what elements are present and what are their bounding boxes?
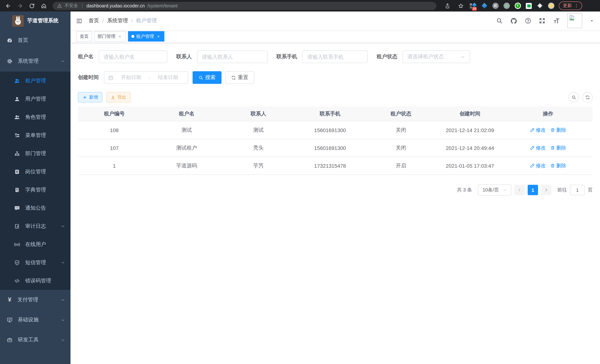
- sidebar-item-role-management[interactable]: 角色管理: [0, 108, 71, 126]
- page-content: 租户名 联系人 联系手机 租户状态 请选择租户状态: [71, 43, 600, 364]
- breadcrumb-home[interactable]: 首页: [89, 18, 99, 24]
- export-button[interactable]: 导出: [106, 92, 131, 103]
- date-range-picker[interactable]: 开始日期 - 结束日期: [104, 71, 188, 84]
- cell-status: 关闭: [366, 121, 436, 139]
- address-bar[interactable]: 不安全 dashboard.yudao.iocoder.cn/system/te…: [53, 2, 436, 10]
- sidebar-item-home[interactable]: 首页: [0, 30, 71, 51]
- sidebar-item-dict-management[interactable]: 字典管理: [0, 181, 71, 199]
- header-search-icon[interactable]: [496, 18, 503, 24]
- active-dot-icon: [131, 35, 134, 38]
- extension-icon-gray-green[interactable]: [503, 2, 510, 9]
- sidebar-item-menu-management[interactable]: 菜单管理: [0, 126, 71, 144]
- sidebar-item-dept-management[interactable]: 部门管理: [0, 144, 71, 162]
- page-size-select[interactable]: 10条/页: [478, 184, 511, 196]
- sidebar-item-post-management[interactable]: 岗位管理: [0, 162, 71, 181]
- add-button[interactable]: 新增: [78, 92, 103, 103]
- next-page-button[interactable]: [541, 185, 551, 195]
- select-arrow-icon: [503, 188, 507, 192]
- github-icon[interactable]: [510, 17, 517, 24]
- extension-icon-command[interactable]: ⌘: [492, 2, 499, 9]
- browser-update-button[interactable]: 更新: [559, 1, 582, 10]
- help-icon[interactable]: [525, 18, 531, 24]
- browser-home-button[interactable]: [39, 1, 48, 10]
- sidebar-item-payment-management[interactable]: ¥ 支付管理: [0, 290, 71, 310]
- cell-mobile: 15601691300: [294, 139, 366, 157]
- table-row: 107 测试租户 秃头 15601691300 关闭 2021-12-14 20…: [78, 139, 593, 157]
- sidebar-collapse-icon[interactable]: [76, 17, 83, 24]
- sidebar-item-dev-tools[interactable]: 研发工具: [0, 330, 71, 350]
- browser-back-button[interactable]: [4, 1, 13, 10]
- sidebar-item-tenant-management[interactable]: 租户管理: [0, 72, 71, 90]
- cell-actions: 修改 删除: [504, 121, 592, 139]
- extension-icon-emoji[interactable]: [548, 2, 554, 9]
- filter-row-1: 租户名 联系人 联系手机 租户状态 请选择租户状态: [78, 50, 593, 63]
- edit-icon: [530, 163, 535, 168]
- search-icon: [198, 75, 203, 80]
- cell-status: 开启: [366, 157, 436, 174]
- cell-created: 2021-01-05 17:03:47: [436, 157, 504, 174]
- font-size-icon[interactable]: [553, 17, 560, 24]
- table-header-row: 租户编号 租户名 联系人 联系手机 租户状态 创建时间 操作: [78, 106, 593, 121]
- extension-icon-kite[interactable]: [481, 2, 488, 9]
- fullscreen-icon[interactable]: [539, 18, 545, 24]
- chevron-down-icon: [60, 260, 65, 265]
- mobile-input[interactable]: [302, 50, 368, 63]
- edit-link[interactable]: 修改: [530, 127, 546, 133]
- toggle-search-button[interactable]: [568, 92, 579, 103]
- date-start-placeholder: 开始日期: [115, 74, 147, 81]
- status-select[interactable]: 请选择租户状态: [403, 50, 470, 63]
- cell-tenant-id: 107: [78, 139, 151, 157]
- tag-home[interactable]: 首页: [76, 31, 92, 42]
- refresh-table-button[interactable]: [582, 92, 593, 103]
- sidebar-item-system-management[interactable]: 系统管理: [0, 51, 71, 72]
- not-secure-label: 不安全: [65, 3, 78, 9]
- filter-status: 租户状态 请选择租户状态: [377, 50, 470, 63]
- edit-link[interactable]: 修改: [530, 145, 546, 151]
- chevron-down-icon: [60, 297, 65, 302]
- goto-page-input[interactable]: [570, 185, 585, 195]
- audit-log-icon: [14, 223, 20, 229]
- date-end-placeholder: 结束日期: [152, 74, 184, 81]
- delete-link[interactable]: 删除: [550, 145, 566, 151]
- extensions-puzzle-icon[interactable]: [536, 2, 543, 9]
- delete-link[interactable]: 删除: [550, 162, 566, 169]
- download-icon: [111, 95, 115, 100]
- close-icon[interactable]: ×: [117, 34, 122, 39]
- extension-icon-chat[interactable]: [525, 2, 532, 9]
- close-icon[interactable]: ×: [156, 34, 161, 39]
- prev-page-button[interactable]: [514, 185, 525, 195]
- omnibox-divider: [82, 3, 82, 8]
- sidebar-item-user-management[interactable]: 用户管理: [0, 90, 71, 108]
- yen-icon: ¥: [7, 296, 13, 304]
- sidebar-item-error-code-management[interactable]: 错误码管理: [0, 272, 71, 290]
- badge-tie-icon: [14, 169, 20, 175]
- extension-icon-y-green[interactable]: Y: [514, 2, 521, 9]
- search-button[interactable]: 搜索: [193, 71, 222, 84]
- table-row: 1 芋道源码 芋艿 17321315478 开启 2021-01-05 17:0…: [78, 157, 593, 175]
- sidebar-item-audit-log[interactable]: 审计日志: [0, 217, 71, 235]
- sidebar-item-notice[interactable]: 通知公告: [0, 199, 71, 217]
- avatar[interactable]: [567, 13, 582, 28]
- tag-dept-management[interactable]: 部门管理 ×: [94, 31, 126, 42]
- tenant-name-input[interactable]: [99, 50, 167, 63]
- delete-link[interactable]: 删除: [550, 127, 566, 133]
- reset-button[interactable]: 重置: [225, 71, 254, 84]
- bookmark-star-icon[interactable]: [456, 1, 465, 10]
- share-icon[interactable]: [443, 1, 452, 10]
- sidebar-item-sms-management[interactable]: 短信管理: [0, 253, 71, 272]
- sidebar-item-online-users[interactable]: 在线用户: [0, 235, 71, 253]
- contact-input[interactable]: [197, 50, 268, 63]
- browser-reload-button[interactable]: [28, 1, 36, 10]
- browser-forward-button[interactable]: [16, 1, 25, 10]
- edit-link[interactable]: 修改: [530, 162, 546, 169]
- top-navbar: 首页 / 系统管理 / 租户管理: [71, 11, 600, 30]
- page-number-button[interactable]: 1: [528, 185, 538, 195]
- cell-tenant-id: 108: [78, 121, 151, 139]
- app-logo[interactable]: 芋道管理系统: [0, 11, 71, 30]
- tag-tenant-management[interactable]: 租户管理 ×: [128, 31, 164, 42]
- breadcrumb-system[interactable]: 系统管理: [107, 18, 128, 24]
- extension-icon-tabs[interactable]: 10: [470, 2, 477, 9]
- user-menu-caret-icon[interactable]: [590, 19, 594, 23]
- sidebar-item-infrastructure[interactable]: 基础设施: [0, 310, 71, 330]
- chevron-right-icon: [544, 188, 548, 192]
